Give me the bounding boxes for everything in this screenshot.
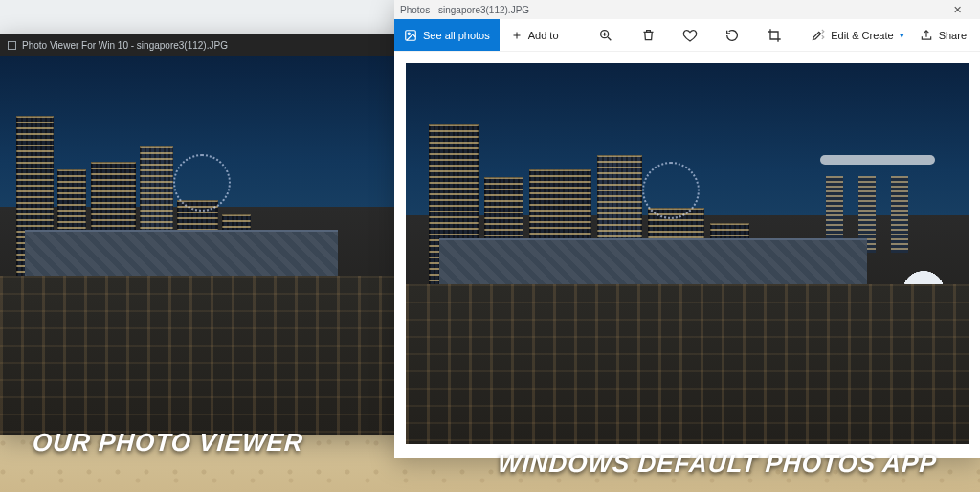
favorite-icon[interactable]	[682, 28, 698, 43]
photos-canvas	[394, 52, 980, 458]
app-icon	[8, 41, 16, 50]
see-all-photos-label: See all photos	[423, 30, 490, 41]
photos-title: Photos - singapore3(112).JPG	[400, 5, 529, 15]
share-icon	[920, 29, 933, 42]
add-to-label: Add to	[528, 30, 559, 41]
edit-create-button[interactable]: Edit & Create ▾	[811, 28, 903, 42]
svg-point-1	[408, 33, 410, 34]
caption-right: WINDOWS DEFAULT PHOTOS APP	[497, 449, 938, 479]
caption-left: OUR PHOTO VIEWER	[32, 428, 304, 458]
toolbar-right: Edit & Create ▾ Share	[811, 28, 980, 42]
see-all-photos-button[interactable]: See all photos	[394, 19, 500, 51]
windows-photos-window: Photos - singapore3(112).JPG — ✕ See all…	[394, 0, 980, 458]
photos-toolbar: See all photos Add to	[394, 19, 980, 52]
minimize-button[interactable]: —	[905, 4, 940, 15]
edit-create-label: Edit & Create	[831, 30, 893, 41]
rotate-icon[interactable]	[724, 28, 740, 43]
share-button[interactable]: Share	[920, 29, 967, 42]
zoom-icon[interactable]	[598, 28, 613, 43]
edit-icon	[811, 28, 825, 42]
city-photo	[406, 63, 969, 444]
delete-icon[interactable]	[640, 28, 656, 43]
photos-image[interactable]	[406, 63, 969, 444]
comparison-stage: Photo Viewer For Win 10 - singapore3(112…	[0, 0, 980, 492]
city-photo	[0, 56, 412, 435]
our-viewer-titlebar[interactable]: Photo Viewer For Win 10 - singapore3(112…	[0, 34, 412, 56]
crop-icon[interactable]	[767, 28, 782, 43]
our-photo-viewer-window: Photo Viewer For Win 10 - singapore3(112…	[0, 34, 412, 435]
chevron-down-icon: ▾	[900, 31, 904, 40]
toolbar-center	[570, 28, 812, 43]
image-icon	[404, 29, 417, 42]
plus-icon	[511, 30, 523, 41]
our-viewer-title: Photo Viewer For Win 10 - singapore3(112…	[22, 40, 228, 51]
share-label: Share	[939, 30, 967, 41]
close-button[interactable]: ✕	[940, 4, 974, 16]
add-to-button[interactable]: Add to	[500, 30, 570, 41]
photos-titlebar[interactable]: Photos - singapore3(112).JPG — ✕	[394, 0, 980, 19]
our-viewer-photo[interactable]	[0, 56, 412, 435]
